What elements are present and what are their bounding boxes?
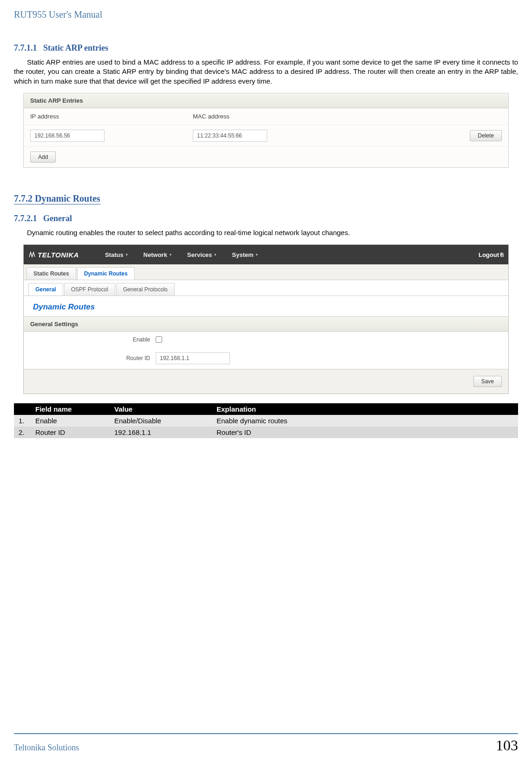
router-id-input[interactable] bbox=[156, 352, 230, 364]
save-row: Save bbox=[24, 369, 508, 394]
page-title: Dynamic Routes bbox=[24, 296, 508, 316]
section-number: 7.7.2.1 bbox=[14, 214, 37, 223]
section-heading-dynamic: 7.7.2 Dynamic Routes bbox=[14, 193, 100, 204]
cell-num: 2. bbox=[14, 427, 31, 438]
logout-link[interactable]: Logout ⎘ bbox=[479, 251, 504, 258]
arp-screenshot-panel: Static ARP Entries IP address MAC addres… bbox=[23, 93, 509, 168]
router-ui-screenshot: TELTONIKA Status▼ Network▼ Services▼ Sys… bbox=[23, 244, 509, 394]
router-id-row: Router ID bbox=[24, 348, 508, 369]
mac-header-label: MAC address bbox=[193, 113, 230, 120]
enable-checkbox[interactable] bbox=[156, 336, 162, 343]
subtabs-row: General OSPF Protocol General Protocols bbox=[24, 280, 508, 296]
ip-address-input[interactable] bbox=[30, 130, 105, 142]
section-heading-arp: 7.7.1.1 Static ARP entries bbox=[14, 43, 518, 53]
general-settings-header: General Settings bbox=[24, 316, 508, 332]
section-number: 7.7.2 bbox=[14, 193, 33, 203]
chevron-down-icon: ▼ bbox=[255, 253, 259, 257]
ip-header-label: IP address bbox=[30, 113, 193, 120]
page-footer: Teltonika Solutions 103 bbox=[14, 733, 518, 754]
chevron-down-icon: ▼ bbox=[169, 253, 172, 257]
table-header-explanation: Explanation bbox=[212, 403, 518, 415]
chevron-down-icon: ▼ bbox=[125, 253, 129, 257]
field-definition-table: Field name Value Explanation 1. Enable E… bbox=[14, 403, 518, 438]
subtab-general[interactable]: General bbox=[28, 283, 63, 295]
tabs-row: Static Routes Dynamic Routes bbox=[24, 264, 508, 280]
logout-icon: ⎘ bbox=[500, 252, 504, 257]
general-paragraph: Dynamic routing enables the router to se… bbox=[14, 228, 518, 237]
arp-header-row: IP address MAC address bbox=[24, 108, 508, 125]
nav-system[interactable]: System▼ bbox=[224, 251, 266, 258]
footer-rule bbox=[14, 733, 518, 734]
delete-button[interactable]: Delete bbox=[470, 130, 502, 141]
mac-address-input[interactable] bbox=[193, 130, 267, 142]
table-header-value: Value bbox=[110, 403, 212, 415]
arp-entry-row: Delete bbox=[24, 125, 508, 147]
router-id-label: Router ID bbox=[30, 355, 156, 361]
table-header-num bbox=[14, 403, 31, 415]
nav-status[interactable]: Status▼ bbox=[98, 251, 136, 258]
enable-row: Enable bbox=[24, 332, 508, 348]
cell-value: 192.168.1.1 bbox=[110, 427, 212, 438]
arp-panel-title: Static ARP Entries bbox=[24, 93, 508, 108]
cell-field: Router ID bbox=[31, 427, 110, 438]
section-title: General bbox=[43, 214, 72, 223]
cell-field: Enable bbox=[31, 415, 110, 427]
footer-company: Teltonika Solutions bbox=[14, 743, 79, 753]
table-header-field: Field name bbox=[31, 403, 110, 415]
tab-dynamic-routes[interactable]: Dynamic Routes bbox=[77, 267, 135, 280]
section-title: Dynamic Routes bbox=[35, 193, 100, 203]
save-button[interactable]: Save bbox=[473, 376, 502, 387]
cell-value: Enable/Disable bbox=[110, 415, 212, 427]
nav-services[interactable]: Services▼ bbox=[180, 251, 224, 258]
section-heading-general: 7.7.2.1 General bbox=[14, 214, 518, 223]
table-row: 1. Enable Enable/Disable Enable dynamic … bbox=[14, 415, 518, 427]
tab-static-routes[interactable]: Static Routes bbox=[26, 267, 76, 280]
nav-menu: Status▼ Network▼ Services▼ System▼ bbox=[98, 251, 266, 258]
manual-title: RUT955 User's Manual bbox=[14, 9, 518, 20]
cell-explanation: Enable dynamic routes bbox=[212, 415, 518, 427]
section-number: 7.7.1.1 bbox=[14, 43, 37, 53]
subtab-ospf[interactable]: OSPF Protocol bbox=[64, 283, 115, 295]
arp-add-row: Add bbox=[24, 147, 508, 167]
router-navbar: TELTONIKA Status▼ Network▼ Services▼ Sys… bbox=[24, 245, 508, 264]
enable-label: Enable bbox=[30, 336, 156, 343]
arp-paragraph: Static ARP entries are used to bind a MA… bbox=[14, 58, 518, 86]
section-title: Static ARP entries bbox=[43, 43, 108, 53]
brand-icon bbox=[28, 251, 36, 258]
table-row: 2. Router ID 192.168.1.1 Router's ID bbox=[14, 427, 518, 438]
subtab-protocols[interactable]: General Protocols bbox=[116, 283, 175, 295]
nav-network[interactable]: Network▼ bbox=[136, 251, 180, 258]
brand-text: TELTONIKA bbox=[38, 251, 79, 259]
chevron-down-icon: ▼ bbox=[213, 253, 217, 257]
add-button[interactable]: Add bbox=[30, 151, 56, 163]
cell-num: 1. bbox=[14, 415, 31, 427]
brand-logo: TELTONIKA bbox=[28, 251, 79, 259]
page-number: 103 bbox=[496, 737, 518, 754]
cell-explanation: Router's ID bbox=[212, 427, 518, 438]
